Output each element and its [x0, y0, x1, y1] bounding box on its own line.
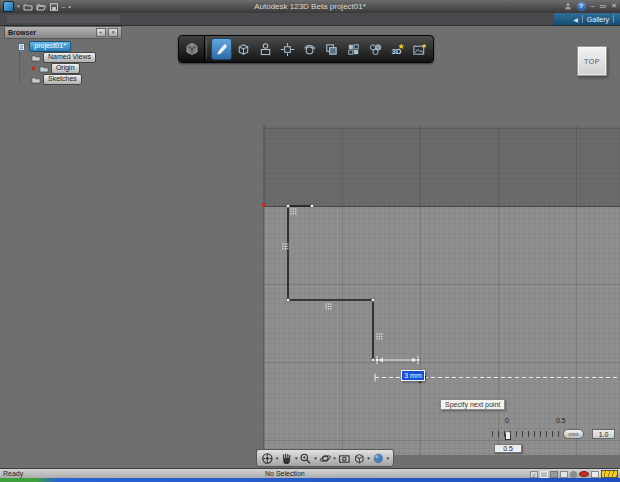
cube-icon [236, 42, 251, 57]
browser-dock-button[interactable]: ▪ [96, 28, 106, 37]
close-button[interactable]: ✕ [611, 1, 617, 11]
browser-panel: Browser ▪ ✕ · project01* Named Views ✕ O… [4, 26, 122, 85]
gallery-collapse-icon[interactable]: ◀ [573, 16, 578, 23]
pan-hand-icon[interactable] [280, 452, 293, 465]
visual-style-icon[interactable] [372, 452, 385, 465]
status-toggles: ✓ [530, 470, 618, 478]
minimize-button[interactable]: – [591, 1, 595, 11]
folder-icon [31, 54, 41, 62]
tool-press-pull[interactable] [255, 38, 276, 60]
canvas-upper-shade [264, 126, 620, 207]
folder-icon [39, 65, 49, 73]
caret-down-icon[interactable]: ▾ [314, 455, 317, 461]
tool-sketch[interactable] [211, 38, 232, 60]
toolbar-separator [206, 40, 207, 58]
snap-value-box: 0.5 [494, 444, 522, 453]
app-window: ▾ – • Autodesk 123D Beta project01* ? – … [0, 0, 620, 482]
tool-insert-image[interactable] [409, 38, 430, 60]
app-menu-caret-icon[interactable]: ▾ [17, 2, 20, 11]
tool-convert-3d[interactable]: 3D [387, 38, 408, 60]
undo-icon[interactable]: – [62, 3, 66, 10]
tool-move[interactable] [277, 38, 298, 60]
tool-material[interactable] [365, 38, 386, 60]
help-icon[interactable]: ? [577, 2, 586, 11]
window-controls: ? – ▭ ✕ [564, 1, 617, 11]
caret-down-icon[interactable]: ▾ [276, 455, 279, 461]
layers-toggle-icon[interactable] [560, 471, 568, 478]
account-icon[interactable] [564, 2, 572, 10]
browser-panel-header[interactable]: Browser ▪ ✕ [4, 26, 122, 39]
grid-toggle-icon[interactable] [540, 471, 548, 478]
redo-icon[interactable]: • [68, 3, 70, 10]
grid-squares-icon [346, 42, 361, 57]
tree-label-project[interactable]: project01* [29, 41, 71, 52]
tree-item-sketches[interactable]: Sketches [4, 74, 122, 85]
look-at-icon[interactable] [338, 452, 351, 465]
browser-tree: · project01* Named Views ✕ Origin Sketch… [4, 39, 122, 85]
view-box-icon[interactable] [353, 452, 366, 465]
dimension-input[interactable]: 3 mm [401, 370, 425, 381]
save-icon[interactable] [49, 3, 59, 11]
caret-down-icon[interactable]: ▾ [367, 455, 370, 461]
caret-down-icon[interactable]: ▾ [295, 455, 298, 461]
alert-indicator-icon[interactable] [579, 471, 589, 477]
windows-toggle-icon[interactable] [591, 471, 599, 478]
divider [613, 15, 614, 23]
gallery-tab-label: Gallery [587, 16, 609, 23]
record-toggle-icon[interactable] [570, 471, 577, 478]
folder-icon [31, 76, 41, 84]
unit-button[interactable]: mm [563, 429, 584, 439]
menu-strip: ◀ Gallery [0, 13, 620, 26]
tree-item-project[interactable]: · project01* [4, 41, 122, 52]
grid-scale-box[interactable]: 1.0 [592, 429, 615, 439]
quick-access-toolbar: ▾ – • [0, 1, 71, 12]
app-cube-icon [183, 40, 201, 58]
sphere-on-box-icon [258, 42, 273, 57]
steering-wheel-icon[interactable] [261, 452, 274, 465]
view-cube[interactable]: TOP [577, 46, 607, 76]
taskbar-edge [0, 478, 620, 482]
pencil-icon [214, 42, 229, 57]
title-bar: ▾ – • Autodesk 123D Beta project01* ? – … [0, 0, 620, 13]
status-message: Ready [3, 470, 23, 477]
snap-scale-zero-label: 0 [505, 417, 509, 424]
tree-label-origin[interactable]: Origin [51, 63, 80, 74]
selection-status: No Selection [265, 470, 305, 477]
zoom-icon[interactable] [299, 452, 312, 465]
browser-close-button[interactable]: ✕ [108, 28, 118, 37]
navigation-toolbar: ▾ ▾ ▾ ▾ ▾ ▾ [256, 449, 394, 467]
new-file-icon[interactable] [23, 3, 33, 11]
tree-label-named-views[interactable]: Named Views [43, 52, 96, 63]
app-logo-icon[interactable] [3, 1, 14, 12]
tree-item-named-views[interactable]: Named Views [4, 52, 122, 63]
tool-combine[interactable] [321, 38, 342, 60]
divider [582, 15, 583, 23]
tool-pattern[interactable] [343, 38, 364, 60]
main-toolbar: 3D [178, 35, 434, 63]
hidden-x-icon: ✕ [31, 65, 37, 73]
main-menu-button[interactable] [179, 36, 205, 62]
snap-toggle-icon[interactable]: ✓ [530, 471, 538, 478]
orbit-icon[interactable] [319, 452, 332, 465]
snap-scale-mid-label: 0.5 [556, 417, 566, 424]
caret-down-icon[interactable]: ▾ [387, 455, 390, 461]
tree-bullet-icon: · [13, 43, 15, 50]
project-doc-icon [17, 43, 27, 51]
snap-ruler[interactable] [492, 431, 566, 437]
three-d-star-icon: 3D [390, 42, 405, 57]
tree-item-origin[interactable]: ✕ Origin [4, 63, 122, 74]
browser-panel-title: Browser [8, 29, 36, 36]
orbit-sphere-icon [302, 42, 317, 57]
gallery-tab[interactable]: ◀ Gallery [554, 13, 620, 25]
tree-label-sketches[interactable]: Sketches [43, 74, 82, 85]
caret-down-icon[interactable]: ▾ [333, 455, 336, 461]
tool-primitive-box[interactable] [233, 38, 254, 60]
lock-toggle-icon[interactable] [550, 471, 558, 478]
menu-strip-inset [7, 15, 120, 23]
progress-indicator-icon [601, 470, 618, 478]
maximize-button[interactable]: ▭ [600, 1, 607, 11]
open-file-icon[interactable] [36, 3, 46, 11]
spheres-icon [368, 42, 383, 57]
tool-revolve[interactable] [299, 38, 320, 60]
view-cube-top-label[interactable]: TOP [584, 58, 600, 65]
